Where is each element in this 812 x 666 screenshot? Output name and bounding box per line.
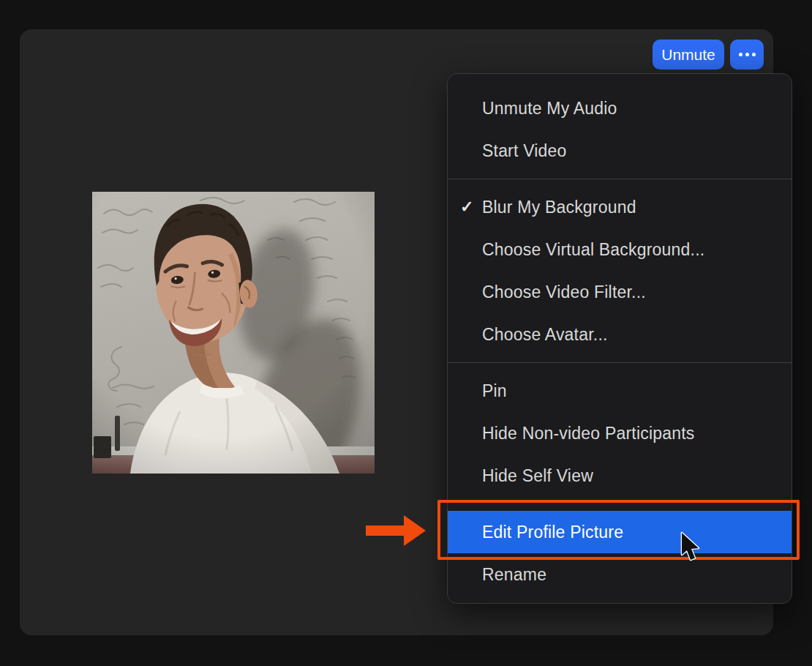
- menu-item-choose-virtual-background[interactable]: Choose Virtual Background...: [448, 228, 792, 271]
- menu-item-edit-profile-picture[interactable]: Edit Profile Picture: [448, 511, 792, 553]
- menu-item-label: Unmute My Audio: [482, 99, 617, 119]
- screenshot-canvas: Unmute Unmute My Audio Start Video ✓ Blu…: [0, 0, 812, 666]
- participant-photo: [92, 192, 375, 474]
- menu-item-blur-my-background[interactable]: ✓ Blur My Background: [448, 186, 792, 228]
- menu-item-label: Choose Avatar...: [482, 325, 608, 345]
- menu-item-hide-self-view[interactable]: Hide Self View: [448, 454, 792, 497]
- menu-gap: [448, 497, 792, 511]
- menu-item-pin[interactable]: Pin: [448, 370, 792, 412]
- annotation-arrow-icon: [366, 513, 426, 548]
- menu-item-choose-video-filter[interactable]: Choose Video Filter...: [448, 271, 792, 313]
- menu-item-label: Choose Virtual Background...: [482, 240, 704, 260]
- unmute-button[interactable]: Unmute: [653, 40, 724, 70]
- menu-item-label: Start Video: [482, 141, 567, 161]
- context-menu: Unmute My Audio Start Video ✓ Blur My Ba…: [447, 73, 792, 604]
- menu-item-label: Hide Non-video Participants: [482, 424, 695, 444]
- menu-divider: [448, 362, 792, 363]
- menu-item-rename[interactable]: Rename: [448, 553, 792, 596]
- menu-item-label: Hide Self View: [482, 466, 593, 486]
- menu-item-label: Pin: [482, 381, 507, 401]
- menu-item-unmute-my-audio[interactable]: Unmute My Audio: [448, 87, 792, 130]
- menu-item-choose-avatar[interactable]: Choose Avatar...: [448, 313, 792, 356]
- mouse-cursor-icon: [680, 531, 704, 562]
- menu-item-label: Blur My Background: [482, 198, 636, 217]
- menu-item-label: Rename: [482, 565, 546, 585]
- menu-divider: [448, 179, 792, 179]
- menu-item-start-video[interactable]: Start Video: [448, 130, 792, 172]
- menu-item-hide-non-video-participants[interactable]: Hide Non-video Participants: [448, 412, 792, 454]
- menu-item-label: Edit Profile Picture: [482, 523, 623, 542]
- ellipsis-icon: [739, 53, 756, 56]
- more-options-button[interactable]: [730, 40, 764, 70]
- menu-item-label: Choose Video Filter...: [482, 283, 646, 302]
- checkmark-icon: ✓: [460, 198, 482, 217]
